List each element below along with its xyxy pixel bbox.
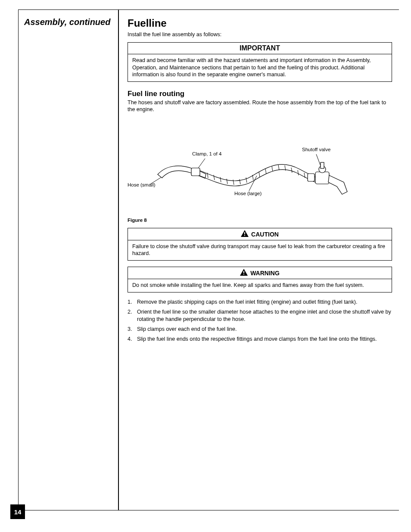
left-title: Assembly, continued: [24, 17, 113, 27]
svg-line-6: [214, 175, 215, 180]
warning-header-text: WARNING: [250, 270, 280, 277]
warning-header: WARNING: [128, 267, 392, 279]
hose-illustration: [128, 118, 390, 217]
step-number: 1.: [128, 299, 137, 306]
svg-line-16: [278, 165, 279, 170]
svg-line-19: [298, 170, 299, 175]
svg-line-14: [265, 169, 266, 174]
svg-rect-26: [244, 235, 245, 236]
step-text: Slip clamps over each end of the fuel li…: [137, 326, 392, 333]
important-body: Read and become familiar with all the ha…: [128, 54, 392, 81]
warning-body: Do not smoke while installing the fuel l…: [128, 279, 392, 292]
callout-shutoff-valve: Shutoff valve: [302, 147, 330, 153]
step-item: 3.Slip clamps over each end of the fuel …: [128, 326, 392, 333]
subsection-intro: The hoses and shutoff valve are factory …: [128, 99, 392, 113]
step-number: 2.: [128, 308, 137, 323]
callout-hose-small: Hose (small): [128, 182, 156, 188]
svg-line-11: [246, 177, 247, 183]
svg-line-18: [291, 168, 292, 173]
important-box: IMPORTANT Read and become familiar with …: [128, 42, 392, 82]
step-item: 1.Remove the plastic shipping caps on th…: [128, 299, 392, 306]
step-item: 2.Orient the fuel line so the smaller di…: [128, 308, 392, 323]
step-text: Remove the plastic shipping caps on the …: [137, 299, 392, 306]
step-text: Orient the fuel line so the smaller diam…: [137, 308, 392, 323]
svg-line-1: [197, 159, 205, 169]
callout-hose-large: Hose (large): [234, 191, 262, 197]
important-header: IMPORTANT: [128, 43, 392, 54]
svg-rect-4: [191, 168, 200, 176]
figure-hose: Hose (small) Clamp, 1 of 4 Hose (large) …: [128, 118, 392, 217]
warning-triangle-icon: [240, 269, 248, 277]
svg-rect-21: [308, 174, 314, 181]
svg-line-15: [272, 166, 273, 171]
step-text: Slip the fuel line ends onto the respect…: [137, 336, 392, 343]
page-number: 14: [10, 504, 25, 519]
caution-body: Failure to close the shutoff valve durin…: [128, 240, 392, 261]
step-number: 3.: [128, 326, 137, 333]
svg-rect-22: [315, 172, 329, 184]
svg-line-13: [259, 172, 260, 177]
left-column: Assembly, continued: [24, 17, 113, 31]
svg-line-9: [233, 180, 234, 185]
steps-list: 1.Remove the plastic shipping caps on th…: [128, 299, 392, 342]
subsection-heading: Fuel line routing: [128, 90, 392, 98]
svg-line-7: [220, 177, 221, 182]
warning-box: WARNING Do not smoke while installing th…: [128, 267, 392, 292]
svg-rect-24: [321, 162, 324, 168]
svg-rect-28: [243, 274, 244, 275]
section-heading: Fuelline: [128, 17, 392, 29]
step-number: 4.: [128, 336, 137, 343]
intro-text: Install the fuel line assembly as follow…: [128, 31, 392, 38]
caution-header-text: CAUTION: [251, 230, 279, 237]
warning-triangle-icon: [241, 230, 249, 238]
caution-header: CAUTION: [128, 228, 392, 240]
figure-caption: Figure 8: [128, 218, 392, 223]
column-divider: [118, 9, 119, 510]
footer-rule: [25, 510, 399, 511]
svg-rect-27: [243, 271, 244, 273]
caution-box: CAUTION Failure to close the shutoff val…: [128, 228, 392, 261]
callout-clamp: Clamp, 1 of 4: [192, 151, 221, 157]
svg-line-8: [227, 179, 227, 184]
svg-rect-25: [244, 232, 245, 234]
main-column: Fuelline Install the fuel line assembly …: [128, 17, 392, 345]
svg-line-10: [240, 179, 240, 184]
step-item: 4.Slip the fuel line ends onto the respe…: [128, 336, 392, 343]
